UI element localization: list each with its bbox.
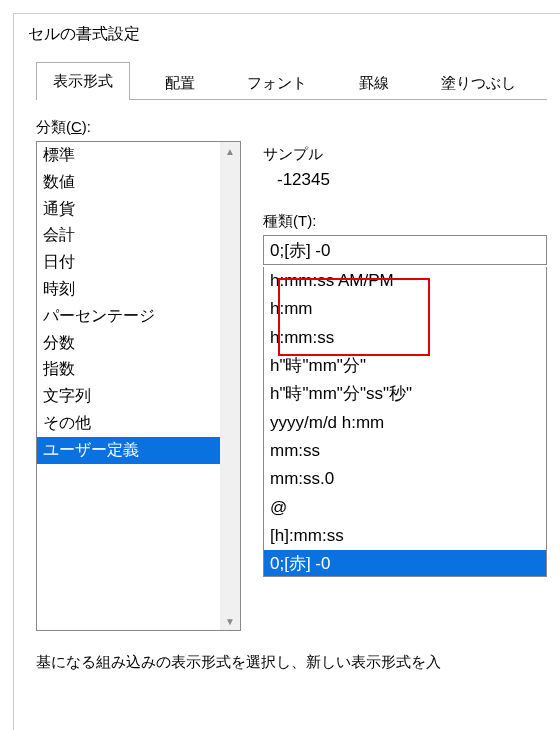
type-item[interactable]: mm:ss.0	[264, 465, 546, 493]
category-item[interactable]: その他	[37, 410, 220, 437]
tab-border[interactable]: 罫線	[342, 66, 406, 100]
type-item[interactable]: @	[264, 494, 546, 522]
tab-font[interactable]: フォント	[230, 66, 324, 100]
scroll-up-icon[interactable]: ▲	[220, 142, 240, 160]
sample-label: サンプル	[263, 145, 547, 164]
tab-fill[interactable]: 塗りつぶし	[424, 66, 533, 100]
type-listbox[interactable]: h:mm:ss AM/PMh:mmh:mm:ssh"時"mm"分"h"時"mm"…	[263, 267, 547, 577]
category-listbox[interactable]: 標準数値通貨会計日付時刻パーセンテージ分数指数文字列その他ユーザー定義 ▲ ▼	[36, 141, 241, 631]
category-item[interactable]: 通貨	[37, 196, 220, 223]
type-item[interactable]: h"時"mm"分"	[264, 352, 546, 380]
category-item[interactable]: 数値	[37, 169, 220, 196]
type-item[interactable]: h:mm:ss AM/PM	[264, 267, 546, 295]
type-item[interactable]: mm:ss	[264, 437, 546, 465]
tab-alignment[interactable]: 配置	[148, 66, 212, 100]
type-item[interactable]: h:mm	[264, 295, 546, 323]
category-item[interactable]: 文字列	[37, 383, 220, 410]
type-item[interactable]: h"時"mm"分"ss"秒"	[264, 380, 546, 408]
type-item[interactable]: [h]:mm:ss	[264, 522, 546, 550]
type-item[interactable]: 0;[赤] -0	[264, 550, 546, 577]
scroll-down-icon[interactable]: ▼	[220, 612, 240, 630]
category-item[interactable]: パーセンテージ	[37, 303, 220, 330]
type-item[interactable]: yyyy/m/d h:mm	[264, 409, 546, 437]
description-text: 基になる組み込みの表示形式を選択し、新しい表示形式を入	[36, 653, 547, 672]
category-item[interactable]: 時刻	[37, 276, 220, 303]
scrollbar[interactable]: ▲ ▼	[220, 142, 240, 630]
tab-number-format[interactable]: 表示形式	[36, 62, 130, 100]
category-item[interactable]: 指数	[37, 356, 220, 383]
tab-bar: 表示形式 配置 フォント 罫線 塗りつぶし	[36, 61, 547, 100]
category-label: 分類(C):	[36, 118, 547, 137]
category-item[interactable]: 日付	[37, 249, 220, 276]
sample-value: -12345	[277, 170, 547, 190]
category-item[interactable]: 分数	[37, 330, 220, 357]
category-item[interactable]: 会計	[37, 222, 220, 249]
format-cells-dialog: セルの書式設定 表示形式 配置 フォント 罫線 塗りつぶし 分類(C): 標準数…	[13, 13, 560, 730]
category-item[interactable]: ユーザー定義	[37, 437, 220, 464]
category-item[interactable]: 標準	[37, 142, 220, 169]
type-input[interactable]	[263, 235, 547, 265]
type-item[interactable]: h:mm:ss	[264, 324, 546, 352]
type-label: 種類(T):	[263, 212, 547, 231]
dialog-title: セルの書式設定	[14, 14, 560, 61]
